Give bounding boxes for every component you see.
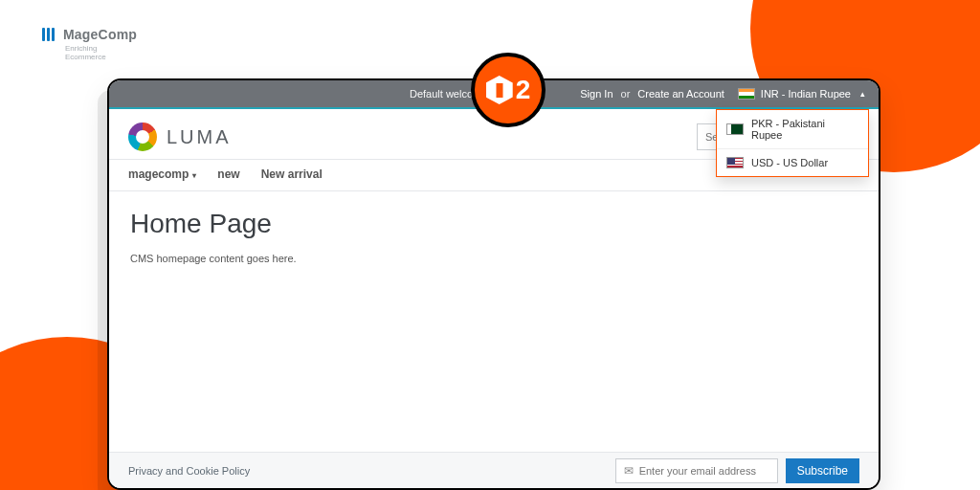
cms-content: CMS homepage content goes here. — [130, 253, 858, 264]
envelope-icon: ✉ — [624, 464, 634, 478]
nav-label: new — [217, 167, 239, 181]
newsletter-input[interactable] — [639, 465, 769, 477]
nav-label: New arrival — [261, 167, 323, 181]
newsletter-form: ✉ Subscribe — [615, 458, 859, 483]
currency-option-label: USD - US Dollar — [751, 157, 828, 168]
luma-logo-text: LUMA — [167, 126, 232, 148]
badge-number: 2 — [516, 75, 531, 105]
sign-in-link[interactable]: Sign In — [580, 88, 612, 100]
magecomp-tagline: Enriching Ecommerce — [65, 44, 137, 61]
page-body: Home Page CMS homepage content goes here… — [109, 191, 879, 281]
currency-dropdown: PKR - Pakistani Rupee USD - US Dollar — [716, 109, 869, 177]
browser-window: Default welcome msg! Sign In or Create a… — [107, 78, 880, 490]
currency-selector[interactable]: INR - Indian Rupee ▴ — [738, 88, 865, 100]
nav-item-new-arrival[interactable]: New arrival — [261, 167, 323, 181]
magento-icon — [486, 76, 513, 104]
topbar-or: or — [621, 88, 631, 100]
footer: Privacy and Cookie Policy ✉ Subscribe — [109, 452, 879, 488]
privacy-policy-link[interactable]: Privacy and Cookie Policy — [128, 465, 250, 477]
magecomp-icon — [42, 27, 57, 42]
page-title: Home Page — [130, 209, 858, 239]
chevron-up-icon: ▴ — [860, 89, 865, 99]
subscribe-button[interactable]: Subscribe — [786, 458, 859, 483]
flag-pk-icon — [726, 123, 744, 135]
newsletter-input-wrap[interactable]: ✉ — [615, 458, 778, 483]
currency-option-label: PKR - Pakistani Rupee — [751, 118, 858, 141]
luma-logo-icon — [128, 122, 157, 151]
magecomp-name: MageComp — [63, 27, 137, 42]
nav-item-new[interactable]: new — [217, 167, 239, 181]
create-account-link[interactable]: Create an Account — [637, 88, 724, 100]
nav-item-magecomp[interactable]: magecomp▾ — [128, 167, 196, 181]
currency-option-usd[interactable]: USD - US Dollar — [717, 148, 868, 176]
magento2-badge: 2 — [471, 53, 546, 127]
currency-selected-label: INR - Indian Rupee — [761, 88, 851, 100]
flag-in-icon — [738, 88, 755, 100]
nav-label: magecomp — [128, 167, 189, 181]
currency-option-pkr[interactable]: PKR - Pakistani Rupee — [717, 110, 868, 148]
magecomp-logo: MageComp Enriching Ecommerce — [42, 27, 137, 42]
flag-us-icon — [726, 157, 744, 168]
chevron-down-icon: ▾ — [192, 171, 196, 180]
